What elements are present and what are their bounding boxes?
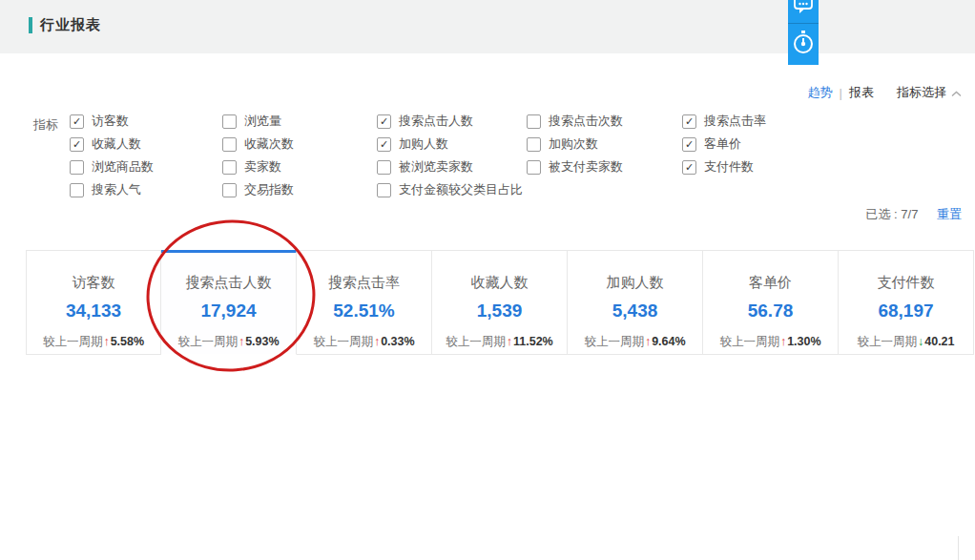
metric-tab-change: 较上一周期↑1.30%	[703, 334, 838, 350]
indicator-checkbox-item-r0c1[interactable]: 浏览量	[222, 110, 377, 133]
selection-summary: 已选 : 7/7 重置	[865, 206, 962, 223]
feedback-button[interactable]	[788, 0, 819, 23]
indicator-checkbox-item-r2c3[interactable]: 被支付卖家数	[527, 156, 682, 178]
checkbox-checked[interactable]	[682, 114, 696, 129]
change-percent: 11.52%	[513, 335, 553, 348]
arrow-up-icon: ↑	[103, 335, 109, 348]
checkbox-checked[interactable]	[70, 137, 84, 152]
change-percent: 5.93%	[245, 335, 279, 348]
indicator-checkbox-item-r2c4[interactable]: 支付件数	[682, 156, 968, 178]
metric-tab-title: 搜索点击人数	[161, 274, 296, 292]
reset-link[interactable]: 重置	[937, 207, 962, 221]
metric-tab-4[interactable]: 加购人数5,438较上一周期↑9.64%	[568, 250, 703, 355]
indicator-checkbox-item-r1c3[interactable]: 加购次数	[527, 133, 682, 156]
line-chart-svg	[0, 355, 975, 560]
arrow-up-icon: ↑	[239, 335, 244, 348]
checkbox[interactable]	[222, 114, 237, 129]
checkbox[interactable]	[527, 137, 541, 152]
line-chart-area[interactable]: 2017-06-172017-06-202017-06-232017-06-26…	[0, 355, 975, 560]
indicator-checkbox-item-r3c0[interactable]: 搜索人气	[70, 178, 222, 201]
metric-tab-change: 较上一周期↑0.33%	[297, 334, 431, 350]
checkbox-label: 搜索点击次数	[549, 113, 623, 130]
checkbox[interactable]	[377, 160, 391, 175]
indicator-checkbox-grid: 访客数浏览量搜索点击人数搜索点击次数搜索点击率收藏人数收藏次数加购人数加购次数客…	[70, 110, 968, 201]
indicator-select-button[interactable]: 指标选择	[897, 84, 946, 101]
metric-tab-6[interactable]: 支付件数68,197较上一周期↓40.21	[839, 250, 974, 355]
metric-tab-title: 搜索点击率	[297, 274, 431, 292]
change-percent: 40.21	[924, 335, 954, 348]
checkbox-label: 浏览商品数	[92, 158, 154, 176]
checkbox-checked[interactable]	[377, 137, 391, 152]
metric-tab-change: 较上一周期↑5.58%	[27, 334, 160, 350]
page-title: 行业报表	[40, 16, 101, 34]
checkbox-label: 浏览量	[244, 113, 281, 130]
indicator-checkbox-item-r1c0[interactable]: 收藏人数	[70, 133, 222, 156]
title-accent-bar	[29, 17, 32, 33]
metric-tab-value: 1,539	[432, 301, 567, 321]
header-bar: 行业报表	[0, 0, 975, 53]
metric-tab-5[interactable]: 客单价56.78较上一周期↑1.30%	[703, 250, 839, 355]
indicator-checkbox-item-r0c3[interactable]: 搜索点击次数	[527, 110, 682, 133]
indicator-checkbox-item-r3c2[interactable]: 支付金额较父类目占比	[377, 178, 527, 201]
metric-tab-change: 较上一周期↑9.64%	[568, 334, 702, 350]
arrow-up-icon: ↑	[507, 335, 512, 348]
checkbox[interactable]	[70, 183, 84, 197]
metric-tab-value: 56.78	[703, 301, 838, 321]
checkbox[interactable]	[222, 137, 237, 152]
change-prefix: 较上一周期	[313, 335, 373, 348]
indicator-checkbox-item-r2c0[interactable]: 浏览商品数	[70, 156, 222, 178]
page-title-wrap: 行业报表	[29, 16, 101, 34]
metric-tab-change: 较上一周期↑5.93%	[161, 334, 296, 350]
metric-tab-change: 较上一周期↓40.21	[839, 334, 973, 350]
checkbox-label: 搜索人气	[92, 181, 141, 198]
indicator-checkbox-item-r1c4[interactable]: 客单价	[682, 133, 968, 156]
change-prefix: 较上一周期	[584, 335, 644, 348]
checkbox-label: 交易指数	[244, 181, 294, 198]
indicator-checkbox-item-r3c1[interactable]: 交易指数	[222, 178, 377, 201]
link-separator: |	[840, 86, 842, 100]
indicator-checkbox-item-r1c2[interactable]: 加购人数	[377, 133, 527, 156]
metric-tab-value: 52.51%	[297, 301, 431, 321]
change-percent: 0.33%	[381, 335, 414, 348]
checkbox[interactable]	[70, 160, 84, 175]
tab-report[interactable]: 报表	[849, 84, 874, 101]
metric-tab-title: 收藏人数	[432, 274, 567, 292]
change-prefix: 较上一周期	[177, 335, 238, 348]
metric-tab-1[interactable]: 搜索点击人数17,924较上一周期↑5.93%	[161, 250, 297, 355]
checkbox[interactable]	[377, 183, 391, 197]
tab-trend[interactable]: 趋势	[808, 84, 833, 101]
indicator-checkbox-item-r0c0[interactable]: 访客数	[70, 110, 222, 133]
checkbox-checked[interactable]	[70, 114, 84, 129]
checkbox[interactable]	[222, 160, 237, 175]
change-prefix: 较上一周期	[857, 335, 917, 348]
checkbox-checked[interactable]	[377, 114, 391, 129]
metric-tab-2[interactable]: 搜索点击率52.51%较上一周期↑0.33%	[297, 250, 432, 355]
indicator-group-label: 指标	[33, 116, 58, 134]
indicator-checkbox-item-r1c1[interactable]: 收藏次数	[222, 133, 377, 156]
chevron-up-icon[interactable]	[951, 86, 962, 100]
change-prefix: 较上一周期	[43, 335, 103, 348]
arrow-up-icon: ↑	[645, 335, 651, 348]
change-percent: 9.64%	[652, 335, 685, 348]
checkbox-checked[interactable]	[682, 137, 696, 152]
metric-tab-3[interactable]: 收藏人数1,539较上一周期↑11.52%	[432, 250, 568, 355]
history-timer-button[interactable]	[788, 23, 819, 65]
arrow-down-icon: ↓	[918, 335, 923, 348]
checkbox-checked[interactable]	[682, 160, 696, 175]
metric-tab-title: 加购人数	[568, 274, 702, 292]
metric-tab-value: 68,197	[839, 301, 973, 321]
selected-count: 已选 : 7/7	[865, 207, 918, 221]
checkbox[interactable]	[527, 114, 541, 129]
indicator-checkbox-item-r0c2[interactable]: 搜索点击人数	[377, 110, 527, 133]
metric-tab-title: 支付件数	[839, 274, 973, 292]
indicator-checkbox-item-r0c4[interactable]: 搜索点击率	[682, 110, 968, 133]
checkbox[interactable]	[527, 160, 541, 175]
checkbox-label: 搜索点击人数	[399, 113, 473, 130]
indicator-checkbox-item-r2c2[interactable]: 被浏览卖家数	[377, 156, 527, 178]
checkbox-label: 收藏次数	[244, 135, 294, 153]
metric-tab-change: 较上一周期↑11.52%	[432, 334, 567, 350]
indicator-checkbox-item-r2c1[interactable]: 卖家数	[222, 156, 377, 178]
checkbox[interactable]	[222, 183, 237, 197]
metric-tab-value: 5,438	[568, 301, 702, 321]
metric-tab-0[interactable]: 访客数34,133较上一周期↑5.58%	[26, 250, 161, 355]
